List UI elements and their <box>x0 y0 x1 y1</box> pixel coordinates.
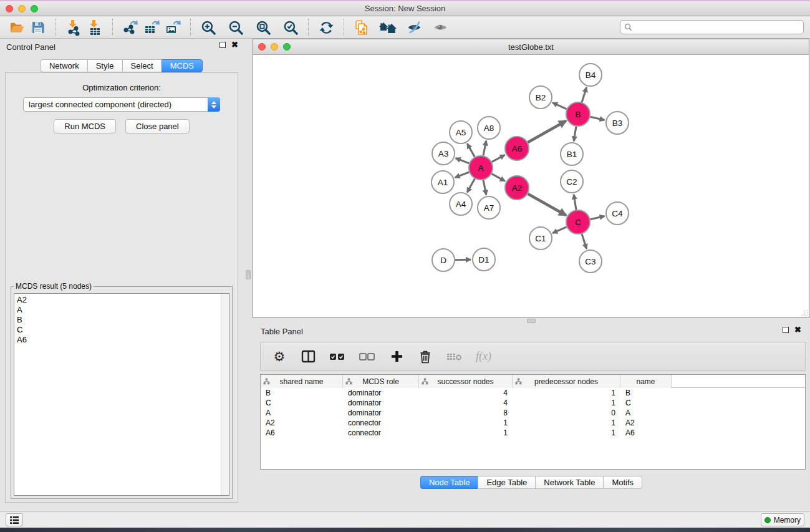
graph-node-B2[interactable]: B2 <box>529 86 552 109</box>
refresh-button[interactable] <box>316 18 337 37</box>
graph-edge-B-B4[interactable] <box>582 87 587 102</box>
graph-node-A2[interactable]: A2 <box>505 176 529 200</box>
graph-node-D[interactable]: D <box>432 249 455 271</box>
save-session-button[interactable] <box>27 18 49 37</box>
column-header-MCDS-role[interactable]: MCDS role <box>343 375 419 388</box>
result-item[interactable]: A <box>17 305 229 315</box>
zoom-selected-button[interactable] <box>280 18 301 37</box>
tab-network[interactable]: Network <box>41 59 87 72</box>
network-from-selection-button[interactable] <box>351 18 372 37</box>
graph-edge-C-C3[interactable] <box>582 234 587 249</box>
graph-node-B[interactable]: B <box>566 102 590 126</box>
export-network-button[interactable] <box>120 18 141 37</box>
graph-edge-A-A6[interactable] <box>492 155 505 162</box>
graph-edge-A2-C[interactable] <box>528 194 566 215</box>
graph-edge-A-A3[interactable] <box>456 158 470 163</box>
column-header-shared-name[interactable]: shared name <box>261 375 343 388</box>
graph-node-A[interactable]: A <box>469 156 493 180</box>
float-panel-icon[interactable] <box>219 42 226 48</box>
column-header-predecessor-nodes[interactable]: predecessor nodes <box>513 375 620 388</box>
resize-grip-icon[interactable] <box>799 308 808 317</box>
memory-button[interactable]: Memory <box>761 513 804 526</box>
tab-node-table[interactable]: Node Table <box>420 476 478 489</box>
task-history-button[interactable] <box>6 513 23 526</box>
graph-node-C2[interactable]: C2 <box>561 170 583 193</box>
home-button[interactable] <box>377 18 398 37</box>
table-row[interactable]: Adominator80A <box>261 408 805 418</box>
zoom-fit-button[interactable] <box>253 18 274 37</box>
graph-node-B4[interactable]: B4 <box>579 64 602 86</box>
function-builder-button[interactable]: f(x) <box>476 347 491 366</box>
graph-node-B1[interactable]: B1 <box>561 143 583 165</box>
close-table-panel-icon[interactable]: ✖ <box>794 327 801 333</box>
tab-select[interactable]: Select <box>122 59 162 72</box>
graph-edge-C-C4[interactable] <box>591 216 605 220</box>
table-row[interactable]: A6connector11A6 <box>261 428 805 438</box>
graph-edge-A-A5[interactable] <box>467 143 475 157</box>
graph-edge-A-A8[interactable] <box>483 141 486 156</box>
table-row[interactable]: Bdominator41B <box>261 388 805 398</box>
graph-node-A8[interactable]: A8 <box>478 117 500 139</box>
close-panel-button[interactable]: Close panel <box>125 119 190 133</box>
criterion-dropdown[interactable]: largest connected component (directed) <box>23 97 220 112</box>
create-column-button[interactable] <box>389 347 404 366</box>
graph-node-A3[interactable]: A3 <box>432 142 455 165</box>
close-panel-icon[interactable]: ✖ <box>231 42 238 48</box>
table-row[interactable]: Cdominator41C <box>261 398 805 408</box>
graph-edge-A6-B[interactable] <box>528 121 566 142</box>
graph-node-C4[interactable]: C4 <box>606 202 629 225</box>
search-field[interactable] <box>620 20 804 34</box>
result-item[interactable]: B <box>17 315 229 325</box>
export-image-button[interactable] <box>162 18 183 37</box>
graph-node-B3[interactable]: B3 <box>606 112 629 134</box>
hide-selected-button[interactable] <box>403 18 425 37</box>
graph-node-A4[interactable]: A4 <box>450 193 472 215</box>
deselect-all-columns-button[interactable] <box>359 347 375 366</box>
result-item[interactable]: C <box>17 325 229 335</box>
tab-edge-table[interactable]: Edge Table <box>478 476 535 489</box>
select-all-columns-button[interactable] <box>329 347 345 366</box>
graph-node-C[interactable]: C <box>566 210 590 234</box>
vertical-split-handle[interactable] <box>246 270 251 279</box>
result-scrollbar[interactable] <box>221 294 229 495</box>
float-table-panel-icon[interactable] <box>783 327 789 333</box>
result-item[interactable]: A2 <box>17 295 229 305</box>
graph-edge-A-A1[interactable] <box>455 172 470 178</box>
search-input[interactable] <box>635 23 799 32</box>
open-session-button[interactable] <box>6 18 27 37</box>
graph-node-C3[interactable]: C3 <box>579 250 602 273</box>
table-row[interactable]: A2connector11A2 <box>261 418 805 428</box>
mcds-result-list[interactable]: A2ABCA6 <box>14 293 229 496</box>
import-network-button[interactable] <box>63 18 84 37</box>
zoom-in-button[interactable] <box>198 18 219 37</box>
tab-motifs[interactable]: Motifs <box>603 476 642 489</box>
result-item[interactable]: A6 <box>17 335 229 345</box>
table-settings-button[interactable]: ⚙ <box>272 347 287 366</box>
delete-column-button[interactable] <box>418 347 433 366</box>
graph-edge-A-A2[interactable] <box>492 174 505 181</box>
column-header-name[interactable]: name <box>620 375 672 388</box>
tab-style[interactable]: Style <box>87 59 122 72</box>
network-canvas[interactable]: B4B2BB3A8A5A6A3B1AC2A1A2A4A7C4CC1DD1C3 <box>253 56 809 317</box>
graph-node-D1[interactable]: D1 <box>473 248 495 271</box>
network-graph[interactable]: B4B2BB3A8A5A6A3B1AC2A1A2A4A7C4CC1DD1C3 <box>253 56 809 317</box>
column-view-button[interactable] <box>301 347 316 366</box>
zoom-out-button[interactable] <box>225 18 246 37</box>
graph-node-A7[interactable]: A7 <box>478 196 500 219</box>
graph-edge-A-A7[interactable] <box>483 180 486 195</box>
graph-edge-C-C2[interactable] <box>574 195 576 210</box>
graph-edge-B-B1[interactable] <box>574 127 576 141</box>
graph-node-A5[interactable]: A5 <box>450 121 472 143</box>
show-selected-button[interactable] <box>430 18 451 37</box>
graph-edge-B-B3[interactable] <box>591 117 605 120</box>
horizontal-split-handle[interactable] <box>527 319 536 323</box>
graph-edge-C-C1[interactable] <box>552 227 566 233</box>
column-header-successor-nodes[interactable]: successor nodes <box>419 375 513 388</box>
import-table-button[interactable] <box>84 18 105 37</box>
delete-table-button[interactable] <box>446 347 462 366</box>
graph-node-A1[interactable]: A1 <box>432 171 454 193</box>
graph-edge-A-A4[interactable] <box>467 179 475 193</box>
run-mcds-button[interactable]: Run MCDS <box>54 119 116 133</box>
tab-mcds[interactable]: MCDS <box>162 59 203 72</box>
graph-node-C1[interactable]: C1 <box>529 227 552 249</box>
